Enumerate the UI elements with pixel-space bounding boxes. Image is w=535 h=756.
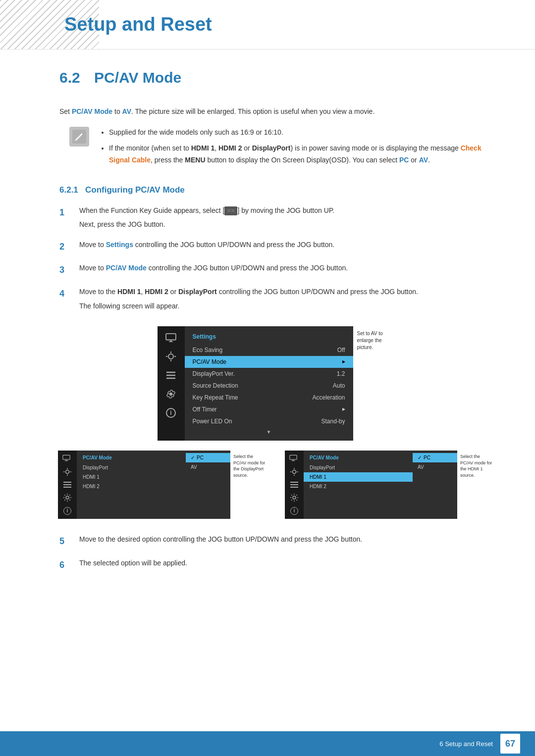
step-content-1: When the Function Key Guide appears, sel…	[79, 205, 495, 230]
sm-brightness-svg	[63, 467, 72, 476]
svg-point-6	[168, 354, 173, 359]
sm-menu-svg-r	[290, 481, 299, 488]
steps-5-6: 5 Move to the desired option controlling…	[59, 534, 495, 572]
scroll-indicator: ▼	[185, 427, 353, 437]
hdmi1-s4: HDMI 1	[117, 288, 141, 296]
osd-row-dpver: DisplayPort Ver. 1.2	[185, 368, 353, 380]
sm-monitor-svg-r	[289, 454, 297, 461]
sm-gear-icon	[63, 493, 72, 502]
step-content-2: Move to Settings controlling the JOG but…	[79, 239, 495, 254]
osd-tooltip-large: Set to AV to enlarge the picture.	[353, 326, 398, 441]
dp-label-right: DisplayPort	[310, 465, 335, 470]
page-footer: 6 Setup and Reset 67	[0, 731, 535, 756]
osd-row-powerled: Power LED On Stand-by	[185, 415, 353, 427]
hdmi1-label-left: HDMI 1	[83, 474, 100, 480]
step-number-5: 5	[59, 534, 69, 549]
main-content: 6.2 PC/AV Mode Set PC/AV Mode to AV. The…	[0, 50, 535, 621]
sm-info-icon: i	[63, 507, 71, 515]
note-box: Supplied for the wide models only such a…	[69, 127, 495, 170]
pcavmode-label: PC/AV Mode	[193, 358, 226, 365]
checkmark-left: ✓	[191, 455, 195, 460]
osd-row-sm-hdmi1-left: HDMI 1	[77, 472, 186, 482]
osd-option-av-right: AV	[413, 462, 457, 472]
osd-row-sm-hdmi1-right: HDMI 1	[304, 472, 413, 482]
pencil-icon	[72, 130, 86, 144]
steps-list: 1 When the Function Key Guide appears, s…	[59, 205, 495, 311]
powerled-label: Power LED On	[193, 418, 232, 425]
step-content-4: Move to the HDMI 1, HDMI 2 or DisplayPor…	[79, 286, 495, 311]
osd-small-left: i PC/AV Mode DisplayPort HDMI 1 HDMI 2	[58, 451, 270, 519]
svg-point-25	[66, 496, 69, 499]
osd-menu-small-left: PC/AV Mode DisplayPort HDMI 1 HDMI 2	[77, 451, 186, 519]
pcavmode-bold: PC/AV Mode	[106, 264, 147, 272]
subsection-heading: 6.2.1 Configuring PC/AV Mode	[59, 185, 495, 195]
osd-row-sourcedetect: Source Detection Auto	[185, 380, 353, 392]
section-number: 6.2	[59, 69, 80, 86]
footer-text: 6 Setup and Reset	[439, 740, 493, 748]
osd-row-sm-dp-left: DisplayPort	[77, 463, 186, 472]
osd-title-sm-left: PC/AV Mode	[77, 453, 186, 463]
sm-gear-svg	[63, 493, 72, 502]
step-5: 5 Move to the desired option controlling…	[59, 534, 495, 549]
sm-gear-svg-r	[290, 493, 299, 502]
osd-row-sm-dp-right: DisplayPort	[304, 463, 413, 472]
osd-options-right: ✓ PC AV	[413, 451, 457, 519]
osd-title-sm-right: PC/AV Mode	[304, 453, 413, 463]
step-number-1: 1	[59, 205, 69, 230]
osd-row-ecosaving: Eco Saving Off	[185, 344, 353, 356]
svg-point-29	[293, 470, 296, 473]
sourcedetect-value: Auto	[333, 382, 345, 389]
sm-info-icon-r: i	[290, 507, 298, 515]
note-text-1: Supplied for the wide models only such a…	[109, 128, 283, 136]
step-number-3: 3	[59, 262, 69, 277]
step-content-5: Move to the desired option controlling t…	[79, 534, 495, 549]
osd-option-pc-right: ✓ PC	[413, 453, 457, 462]
subsection-number: 6.2.1	[59, 185, 78, 195]
menu-lines-icon	[165, 371, 176, 380]
step-1-sub: Next, press the JOG button.	[79, 219, 495, 230]
eco-saving-value: Off	[337, 347, 345, 353]
osd-row-pcavmode: PC/AV Mode ▶	[185, 356, 353, 368]
osd-row-offtimer: Off Timer ▶	[185, 403, 353, 415]
sm-gear-icon-r	[290, 493, 299, 502]
section-title: PC/AV Mode	[94, 69, 181, 86]
step-5-text: Move to the desired option controlling t…	[79, 535, 362, 543]
osd-options-left: ✓ PC AV	[186, 451, 230, 519]
osd-tooltip-text: Set to AV to enlarge the picture.	[357, 331, 383, 350]
sm-monitor-icon	[62, 454, 72, 462]
tooltip-text-left: Select the PC/AV mode for the DisplayPor…	[233, 454, 265, 478]
dp-label-left: DisplayPort	[83, 465, 108, 470]
gear-svg-icon	[166, 390, 175, 399]
sm-brightness-icon-r	[290, 467, 299, 476]
sourcedetect-label: Source Detection	[193, 382, 238, 389]
section-heading: 6.2 PC/AV Mode	[59, 69, 495, 91]
dpver-value: 1.2	[337, 370, 345, 377]
sm-monitor-svg	[62, 454, 70, 461]
tooltip-text-right: Select the PC/AV mode for the HDMI 1 sou…	[460, 454, 492, 478]
note-content: Supplied for the wide models only such a…	[99, 127, 495, 170]
sidebar-monitor-icon	[164, 332, 178, 343]
hdmi2-label-right: HDMI 2	[310, 484, 326, 489]
av-bold: AV	[419, 156, 428, 164]
sidebar-menu-icon	[164, 370, 178, 381]
osd-menu-large: Settings Eco Saving Off PC/AV Mode ▶ Dis…	[185, 326, 353, 441]
settings-bold: Settings	[106, 241, 133, 249]
svg-point-17	[66, 470, 69, 473]
info-circle-icon: i	[166, 408, 176, 418]
sidebar-brightness-icon	[164, 351, 178, 362]
subsection-title: Configuring PC/AV Mode	[85, 185, 185, 195]
osd-row-sm-hdmi2-left: HDMI 2	[77, 482, 186, 491]
step-6-text: The selected option will be applied.	[79, 559, 187, 567]
sidebar-info-icon: i	[164, 407, 178, 418]
osd-sidebar-left: i	[58, 451, 77, 519]
hdmi2-bold: HDMI 2	[218, 144, 242, 152]
offtimer-label: Off Timer	[193, 406, 217, 413]
sm-monitor-icon-r	[289, 454, 299, 462]
pcavmode-value: ▶	[342, 359, 345, 364]
keyrepeat-value: Acceleration	[312, 394, 345, 401]
step-number-2: 2	[59, 239, 69, 254]
step-6: 6 The selected option will be applied.	[59, 557, 495, 572]
bold-av: AV	[122, 107, 131, 115]
bold-pcavmode: PC/AV Mode	[72, 107, 112, 115]
step-4-sub: The following screen will appear.	[79, 301, 495, 311]
